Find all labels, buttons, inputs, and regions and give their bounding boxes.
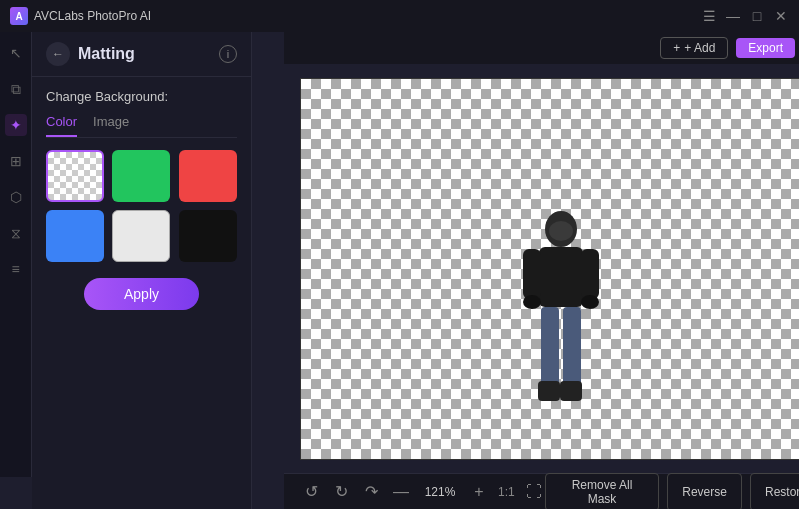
icon-strip: ↖ ⧉ ✦ ⊞ ⬡ ⧖ ≡ bbox=[0, 32, 32, 477]
titlebar: A AVCLabs PhotoPro AI ☰ — □ ✕ bbox=[0, 0, 799, 32]
add-button[interactable]: + + Add bbox=[660, 37, 728, 59]
svg-point-1 bbox=[549, 221, 573, 241]
sidebar-title: Matting bbox=[78, 45, 211, 63]
svg-rect-7 bbox=[541, 307, 559, 387]
reverse-button[interactable]: Reverse bbox=[667, 473, 742, 510]
ratio-button[interactable]: 1:1 bbox=[498, 485, 515, 499]
swatch-white[interactable] bbox=[112, 210, 170, 262]
tabs-row: Color Image bbox=[46, 114, 237, 138]
add-icon: + bbox=[673, 41, 680, 55]
svg-point-6 bbox=[581, 295, 599, 309]
stamp-icon[interactable]: ⬡ bbox=[5, 186, 27, 208]
tab-color[interactable]: Color bbox=[46, 114, 77, 137]
brush-icon[interactable]: ⊞ bbox=[5, 150, 27, 172]
sidebar-header: ← Matting i bbox=[32, 32, 251, 77]
forward-button[interactable]: ↷ bbox=[360, 481, 382, 503]
swatch-blue[interactable] bbox=[46, 210, 104, 262]
sliders-icon[interactable]: ≡ bbox=[5, 258, 27, 280]
svg-rect-10 bbox=[560, 381, 582, 401]
titlebar-controls: ☰ — □ ✕ bbox=[701, 8, 789, 24]
main-area: ↖ ⧉ ✦ ⊞ ⬡ ⧖ ≡ ← Matting i Change Backgro… bbox=[0, 32, 799, 509]
undo-button[interactable]: ↺ bbox=[300, 481, 322, 503]
top-bar: + + Add Export ▾ bbox=[284, 32, 799, 64]
hamburger-icon[interactable]: ☰ bbox=[701, 8, 717, 24]
adjust-icon[interactable]: ⧖ bbox=[5, 222, 27, 244]
swatch-transparent[interactable] bbox=[46, 150, 104, 202]
canvas-background bbox=[301, 79, 799, 459]
export-button[interactable]: Export bbox=[736, 38, 795, 58]
maximize-button[interactable]: □ bbox=[749, 8, 765, 24]
change-bg-label: Change Background: bbox=[46, 89, 237, 104]
sidebar: ← Matting i Change Background: Color Ima… bbox=[32, 32, 252, 509]
export-label: Export bbox=[748, 41, 783, 55]
sidebar-content: Change Background: Color Image Apply bbox=[32, 77, 251, 509]
apply-button[interactable]: Apply bbox=[84, 278, 199, 310]
swatch-black[interactable] bbox=[179, 210, 237, 262]
titlebar-left: A AVCLabs PhotoPro AI bbox=[10, 7, 151, 25]
bottom-toolbar: ↺ ↻ ↷ — 121% + 1:1 ⛶ Remove All Mask Rev… bbox=[284, 473, 799, 509]
remove-mask-button[interactable]: Remove All Mask bbox=[545, 473, 660, 510]
magic-icon[interactable]: ✦ bbox=[5, 114, 27, 136]
redo-button[interactable]: ↻ bbox=[330, 481, 352, 503]
add-label: + Add bbox=[684, 41, 715, 55]
zoom-in-button[interactable]: + bbox=[468, 481, 490, 503]
close-button[interactable]: ✕ bbox=[773, 8, 789, 24]
tab-image[interactable]: Image bbox=[93, 114, 129, 137]
app-icon: A bbox=[10, 7, 28, 25]
minimize-button[interactable]: — bbox=[725, 8, 741, 24]
content-area: + + Add Export ▾ bbox=[284, 32, 799, 509]
fullscreen-button[interactable]: ⛶ bbox=[523, 481, 545, 503]
cursor-icon[interactable]: ↖ bbox=[5, 42, 27, 64]
back-button[interactable]: ← bbox=[46, 42, 70, 66]
zoom-controls: ↺ ↻ ↷ — 121% + 1:1 ⛶ bbox=[300, 481, 545, 503]
swatch-red[interactable] bbox=[179, 150, 237, 202]
restore-button[interactable]: Restore bbox=[750, 473, 799, 510]
info-button[interactable]: i bbox=[219, 45, 237, 63]
layers-icon[interactable]: ⧉ bbox=[5, 78, 27, 100]
svg-rect-3 bbox=[523, 249, 541, 299]
app-title-text: AVCLabs PhotoPro AI bbox=[34, 9, 151, 23]
canvas-wrapper bbox=[284, 64, 799, 473]
person-figure bbox=[511, 209, 611, 429]
action-buttons: Remove All Mask Reverse Restore bbox=[545, 473, 799, 510]
svg-point-5 bbox=[523, 295, 541, 309]
swatch-green[interactable] bbox=[112, 150, 170, 202]
zoom-out-button[interactable]: — bbox=[390, 481, 412, 503]
zoom-level-display: 121% bbox=[420, 485, 460, 499]
svg-rect-4 bbox=[581, 249, 599, 299]
color-grid bbox=[46, 150, 237, 262]
canvas-container bbox=[300, 78, 799, 460]
svg-rect-2 bbox=[539, 247, 583, 307]
svg-rect-8 bbox=[563, 307, 581, 387]
svg-rect-9 bbox=[538, 381, 560, 401]
